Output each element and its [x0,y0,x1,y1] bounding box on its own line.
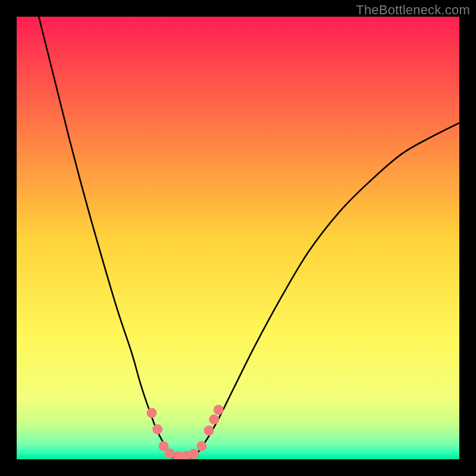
marker-dot [203,425,214,436]
marker-dot [214,405,224,415]
marker-dot [196,441,206,451]
marker-dot [189,449,199,459]
marker-dot [209,415,219,425]
marker-dot [146,408,156,418]
gradient-background [17,17,459,459]
watermark-text: TheBottleneck.com [356,2,470,18]
bottleneck-chart [17,17,459,459]
marker-dot [152,424,162,434]
chart-frame [17,17,459,459]
